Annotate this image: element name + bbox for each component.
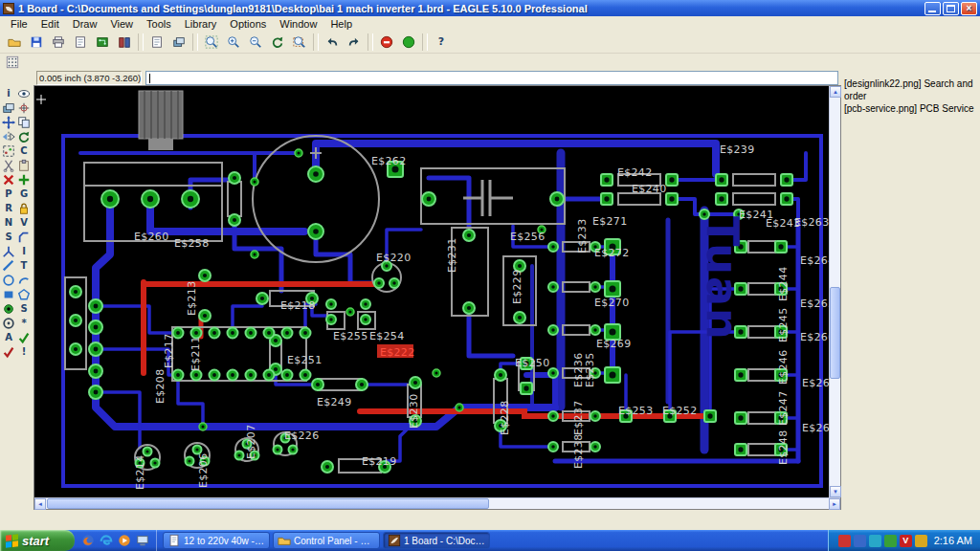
tool-rotate[interactable] (16, 129, 32, 143)
tray-icon-blue[interactable] (854, 535, 866, 547)
scroll-right-icon[interactable]: ► (829, 498, 840, 510)
board-label: E$217 (163, 334, 175, 368)
menu-tools[interactable]: Tools (140, 17, 178, 31)
use-library-button[interactable] (114, 33, 135, 52)
switch-editor-button[interactable] (92, 33, 113, 52)
tool-value[interactable]: V (16, 215, 32, 230)
board-canvas[interactable]: Tuan E$262E$239E$242E$240E$241E$243E$263… (33, 85, 841, 510)
tool-copy[interactable] (16, 115, 32, 129)
tool-smash[interactable]: S (1, 230, 16, 244)
tool-hole[interactable] (1, 316, 16, 330)
command-input[interactable] (145, 71, 838, 85)
tool-paste[interactable] (16, 158, 32, 172)
tool-text[interactable]: T (16, 258, 32, 273)
tool-show[interactable] (16, 86, 32, 100)
taskbar-task[interactable]: 1 Board - C:\Docume... (383, 532, 490, 549)
stop-button[interactable] (376, 33, 397, 52)
board-label: E$271 (592, 215, 627, 228)
undo-button[interactable] (322, 33, 343, 52)
tool-split[interactable] (1, 244, 16, 258)
tool-mirror[interactable] (1, 129, 16, 143)
tool-delete[interactable] (1, 172, 16, 187)
tool-change[interactable]: C (16, 143, 32, 158)
menu-edit[interactable]: Edit (34, 17, 66, 31)
tool-circle[interactable] (1, 273, 16, 287)
tool-wire[interactable] (1, 258, 16, 273)
tool-pinswap[interactable]: P (1, 187, 16, 201)
tool-rect[interactable] (1, 287, 16, 301)
close-button[interactable]: × (961, 2, 977, 15)
redo-button[interactable] (344, 33, 365, 52)
tool-replace[interactable]: R (1, 201, 16, 215)
tool-invoke[interactable]: I (16, 244, 32, 258)
menu-view[interactable]: View (103, 17, 140, 31)
go-button[interactable] (398, 33, 419, 52)
tray-icon-red[interactable] (838, 535, 851, 547)
scroll-down-icon[interactable]: ▼ (830, 486, 841, 497)
zoom-fit-button[interactable] (201, 33, 222, 52)
tool-via[interactable] (1, 301, 16, 316)
zoom-select-button[interactable] (289, 33, 310, 52)
tool-add[interactable] (16, 172, 32, 187)
tool-mark[interactable] (16, 100, 32, 115)
pcb-service-ad[interactable]: [pcb-service.png] PCB Service (844, 102, 977, 115)
tool-cut[interactable] (1, 158, 16, 172)
vertical-scroll-thumb[interactable] (830, 287, 840, 379)
zoom-in-button[interactable] (223, 33, 244, 52)
board-label: E$240 (632, 183, 666, 195)
vietkey-icon[interactable]: V (900, 535, 912, 547)
grid-button[interactable] (3, 55, 22, 70)
tray-icon-yellow[interactable] (915, 535, 927, 547)
tool-lock[interactable] (16, 201, 32, 215)
tool-group[interactable] (1, 143, 16, 158)
tray-icon-green[interactable] (884, 535, 897, 547)
tool-name[interactable]: N (1, 215, 16, 230)
vertical-scrollbar[interactable]: ▲ ▼ (829, 86, 840, 497)
cam-processor-button[interactable] (70, 33, 91, 52)
horizontal-scroll-thumb[interactable] (47, 498, 489, 509)
tool-info[interactable]: i (1, 86, 16, 100)
tool-polygon[interactable] (16, 287, 32, 301)
tool-display[interactable] (1, 100, 16, 115)
scroll-left-icon[interactable]: ◄ (34, 498, 46, 510)
tool-drc[interactable] (1, 344, 16, 359)
firefox-icon[interactable] (80, 533, 96, 548)
tool-errors[interactable]: ! (16, 344, 32, 359)
taskbar-task[interactable]: Control Panel - C:\Pr... (273, 532, 380, 549)
help-button[interactable]: ? (431, 33, 452, 52)
maximize-button[interactable] (943, 2, 959, 15)
zoom-redraw-button[interactable] (267, 33, 288, 52)
tool-miter[interactable] (16, 230, 32, 244)
menu-library[interactable]: Library (178, 17, 224, 31)
tool-erc[interactable] (16, 330, 32, 344)
media-player-icon[interactable] (117, 533, 132, 548)
tool-ratsnest[interactable]: * (16, 316, 32, 330)
open-button[interactable] (4, 33, 25, 52)
tool-gateswap[interactable]: G (16, 187, 32, 201)
menu-options[interactable]: Options (223, 17, 273, 31)
tray-icon-teal[interactable] (869, 535, 881, 547)
taskbar-task[interactable]: 12 to 220v 40w - Pag... (163, 532, 270, 549)
tool-move[interactable] (1, 115, 16, 129)
print-button[interactable] (48, 33, 69, 52)
display-layers-button[interactable] (168, 33, 189, 52)
zoom-out-button[interactable] (245, 33, 266, 52)
save-button[interactable] (26, 33, 47, 52)
menu-file[interactable]: File (4, 17, 34, 31)
horizontal-scrollbar[interactable]: ◄ ► (34, 497, 840, 509)
board-label: E$260 (134, 231, 168, 243)
minimize-button[interactable] (924, 2, 941, 15)
internet-explorer-icon[interactable] (99, 533, 114, 548)
menu-draw[interactable]: Draw (66, 17, 104, 31)
menu-window[interactable]: Window (273, 17, 323, 31)
tool-auto[interactable]: A (1, 330, 16, 344)
script-button[interactable] (146, 33, 167, 52)
menu-help[interactable]: Help (323, 17, 359, 31)
designlink-ad[interactable]: [designlink22.png] Search and order (844, 77, 977, 102)
tool-signal[interactable]: S (16, 301, 32, 316)
show-desktop-icon[interactable] (135, 533, 150, 548)
start-button[interactable]: start (0, 530, 75, 551)
board-label: E$267 (802, 377, 829, 389)
scroll-up-icon[interactable]: ▲ (830, 86, 841, 98)
tool-arc[interactable] (16, 273, 32, 287)
